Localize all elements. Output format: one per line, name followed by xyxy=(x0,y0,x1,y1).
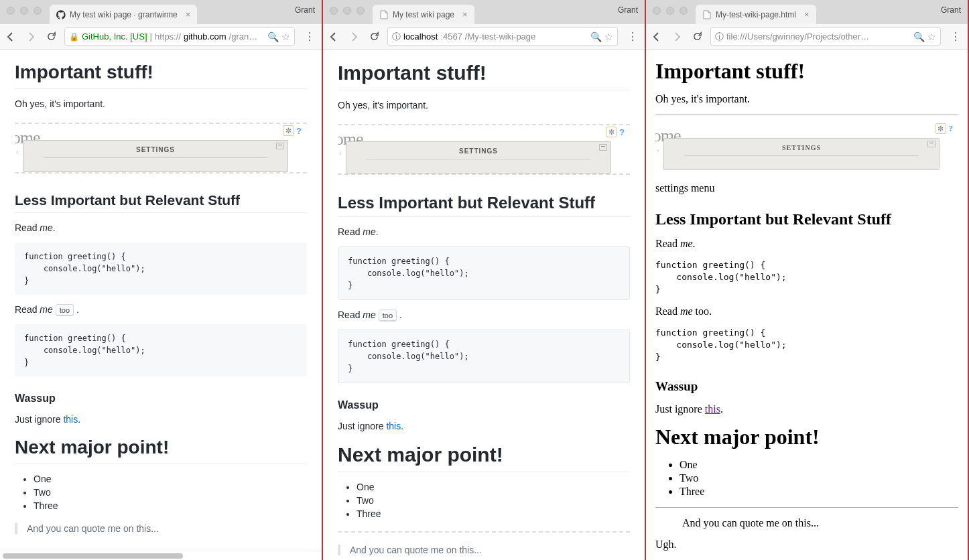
code-block-2: function greeting() { console.log("hello… xyxy=(15,324,307,376)
kebab-menu-icon[interactable]: ⋮ xyxy=(948,30,964,43)
maximize-icon[interactable] xyxy=(34,7,42,15)
page-h2: Less Important but Relevant Stuff xyxy=(15,192,307,213)
page-h3: Wassup xyxy=(655,379,958,394)
nav-toolbar: 🔒 GitHub, Inc. [US] | https://github.com… xyxy=(0,24,322,50)
code-block-2: function greeting() { console.log("hello… xyxy=(338,330,630,383)
read-me-2: Read me too . xyxy=(338,309,630,320)
maximize-icon[interactable] xyxy=(357,7,365,15)
page-h2: Less Important but Relevant Stuff xyxy=(655,210,958,228)
bullet-list: One Two Three xyxy=(655,459,958,498)
kebab-menu-icon[interactable]: ⋮ xyxy=(302,30,318,43)
browser-tab[interactable]: My test wiki page · grantwinne × xyxy=(50,5,197,24)
settings-panel-title: SETTINGS xyxy=(23,146,287,153)
chevron-right-icon: › xyxy=(339,149,341,157)
tab-close-icon[interactable]: × xyxy=(804,9,810,19)
kbd-too: too xyxy=(56,304,74,316)
file-icon xyxy=(379,10,389,19)
settings-screenshot: rome › ✼ ? SETTINGS xyxy=(338,124,630,175)
help-icon: ? xyxy=(619,127,625,137)
divider xyxy=(655,115,958,115)
lock-icon: 🔒 xyxy=(69,32,79,42)
code-block-1: function greeting() { console.log("hello… xyxy=(15,242,307,295)
intro-paragraph: Oh yes, it's important. xyxy=(15,98,307,109)
nav-toolbar: ⓘ file:///Users/gwinney/Projects/other… … xyxy=(646,24,968,50)
address-bar[interactable]: ⓘ file:///Users/gwinney/Projects/other… … xyxy=(710,27,941,46)
list-item: Two xyxy=(34,487,307,498)
this-link[interactable]: this xyxy=(705,403,720,415)
page-h1: Important stuff! xyxy=(15,62,307,89)
reload-button[interactable] xyxy=(44,30,58,44)
page-viewport[interactable]: Important stuff! Oh yes, it's important.… xyxy=(0,50,322,551)
tab-title: My-test-wiki-page.html xyxy=(716,10,796,19)
zoom-icon[interactable]: 🔍 xyxy=(267,31,279,42)
url-scheme: https:// xyxy=(155,31,181,42)
macos-traffic-lights[interactable] xyxy=(653,7,688,15)
file-icon xyxy=(702,10,712,19)
list-item: Three xyxy=(34,500,307,511)
close-icon[interactable] xyxy=(653,7,661,15)
divider xyxy=(655,507,958,508)
bookmark-star-icon[interactable]: ☆ xyxy=(281,31,290,42)
bookmark-star-icon[interactable]: ☆ xyxy=(927,31,936,42)
bookmark-star-icon[interactable]: ☆ xyxy=(604,31,613,42)
url-host: localhost xyxy=(403,31,438,42)
tab-close-icon[interactable]: × xyxy=(462,9,468,19)
this-link[interactable]: this xyxy=(63,414,78,425)
browser-tab[interactable]: My-test-wiki-page.html × xyxy=(696,5,816,24)
chevron-right-icon: › xyxy=(657,146,659,153)
list-item: Two xyxy=(680,472,958,484)
intro-paragraph: Oh yes, it's important. xyxy=(655,93,958,105)
page-viewport[interactable]: Important stuff! Oh yes, it's important.… xyxy=(323,50,645,560)
back-button[interactable] xyxy=(650,30,663,44)
close-icon[interactable] xyxy=(330,7,338,15)
browser-window-2: My test wiki page × Grant ⓘ localhost:45… xyxy=(323,0,646,560)
this-link[interactable]: this xyxy=(386,421,401,431)
browser-window-1: My test wiki page · grantwinne × Grant 🔒… xyxy=(0,0,323,560)
reload-button[interactable] xyxy=(367,30,381,44)
back-button[interactable] xyxy=(4,30,17,44)
intro-paragraph: Oh yes, it's important. xyxy=(338,100,630,111)
macos-traffic-lights[interactable] xyxy=(7,7,42,15)
page-viewport[interactable]: Important stuff! Oh yes, it's important.… xyxy=(646,50,968,560)
tab-close-icon[interactable]: × xyxy=(186,9,191,19)
info-icon[interactable]: ⓘ xyxy=(392,31,401,43)
minimize-icon[interactable] xyxy=(343,7,351,15)
macos-traffic-lights[interactable] xyxy=(330,7,365,15)
zoom-icon[interactable]: 🔍 xyxy=(590,31,602,42)
minimize-icon[interactable] xyxy=(666,7,674,15)
collapse-icon xyxy=(599,144,607,151)
read-me-1: Read me. xyxy=(655,238,958,250)
kebab-menu-icon[interactable]: ⋮ xyxy=(625,30,641,43)
forward-button[interactable] xyxy=(347,30,361,44)
horizontal-scrollbar[interactable] xyxy=(0,551,322,560)
list-item: Two xyxy=(357,495,630,506)
reload-button[interactable] xyxy=(690,30,704,44)
gear-icon: ✼ xyxy=(283,125,294,136)
forward-button[interactable] xyxy=(670,30,684,44)
info-icon[interactable]: ⓘ xyxy=(715,31,724,43)
url-host: github.com xyxy=(184,31,227,42)
address-bar[interactable]: 🔒 GitHub, Inc. [US] | https://github.com… xyxy=(64,27,295,46)
profile-name[interactable]: Grant xyxy=(618,5,638,15)
page-h1b: Next major point! xyxy=(15,437,307,464)
back-button[interactable] xyxy=(327,30,340,44)
url-path: /My-test-wiki-page xyxy=(465,31,535,42)
profile-name[interactable]: Grant xyxy=(295,5,315,15)
help-icon: ? xyxy=(296,126,302,136)
profile-name[interactable]: Grant xyxy=(941,5,961,15)
forward-button[interactable] xyxy=(24,30,38,44)
page-h1b: Next major point! xyxy=(338,443,630,472)
browser-tab[interactable]: My test wiki page × xyxy=(373,5,474,24)
list-item: Three xyxy=(680,486,958,498)
nav-toolbar: ⓘ localhost:4567/My-test-wiki-page 🔍 ☆ ⋮ xyxy=(323,24,645,50)
read-me-2: Read me too . xyxy=(15,304,307,315)
tab-title: My test wiki page xyxy=(393,10,454,19)
blockquote: And you can quote me on this... xyxy=(682,517,931,529)
page-h2: Less Important but Relevant Stuff xyxy=(338,194,630,217)
address-bar[interactable]: ⓘ localhost:4567/My-test-wiki-page 🔍 ☆ xyxy=(387,27,618,46)
zoom-icon[interactable]: 🔍 xyxy=(913,31,925,42)
settings-panel-title: SETTINGS xyxy=(346,147,610,155)
close-icon[interactable] xyxy=(7,7,15,15)
maximize-icon[interactable] xyxy=(680,7,688,15)
minimize-icon[interactable] xyxy=(20,7,28,15)
